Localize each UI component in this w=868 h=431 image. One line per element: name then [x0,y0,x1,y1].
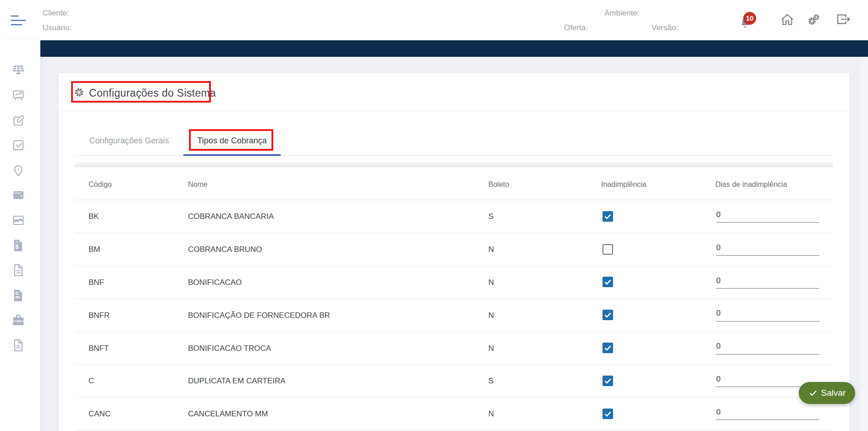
svg-text:$: $ [15,243,19,250]
